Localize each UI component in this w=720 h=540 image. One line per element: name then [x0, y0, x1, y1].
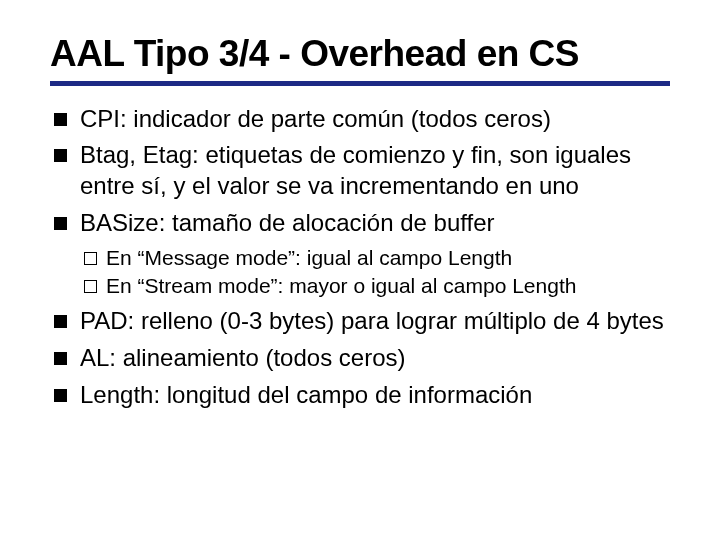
bullet-text: BASize: tamaño de alocación de buffer: [80, 209, 495, 236]
sub-bullet-list: En “Message mode”: igual al campo Length…: [80, 245, 670, 301]
bullet-text: CPI: indicador de parte común (todos cer…: [80, 105, 551, 132]
bullet-list: CPI: indicador de parte común (todos cer…: [50, 104, 670, 411]
bullet-text: PAD: relleno (0-3 bytes) para lograr múl…: [80, 307, 664, 334]
list-item: Length: longitud del campo de informació…: [76, 380, 670, 411]
list-item: En “Stream mode”: mayor o igual al campo…: [104, 273, 670, 300]
page-title: AAL Tipo 3/4 - Overhead en CS: [50, 34, 670, 86]
bullet-text: En “Message mode”: igual al campo Length: [106, 246, 512, 269]
list-item: AL: alineamiento (todos ceros): [76, 343, 670, 374]
list-item: BASize: tamaño de alocación de buffer En…: [76, 208, 670, 300]
bullet-text: Btag, Etag: etiquetas de comienzo y fin,…: [80, 141, 631, 199]
bullet-text: AL: alineamiento (todos ceros): [80, 344, 406, 371]
list-item: CPI: indicador de parte común (todos cer…: [76, 104, 670, 135]
list-item: En “Message mode”: igual al campo Length: [104, 245, 670, 272]
list-item: PAD: relleno (0-3 bytes) para lograr múl…: [76, 306, 670, 337]
slide: AAL Tipo 3/4 - Overhead en CS CPI: indic…: [0, 0, 720, 436]
bullet-text: En “Stream mode”: mayor o igual al campo…: [106, 274, 576, 297]
list-item: Btag, Etag: etiquetas de comienzo y fin,…: [76, 140, 670, 201]
bullet-text: Length: longitud del campo de informació…: [80, 381, 532, 408]
